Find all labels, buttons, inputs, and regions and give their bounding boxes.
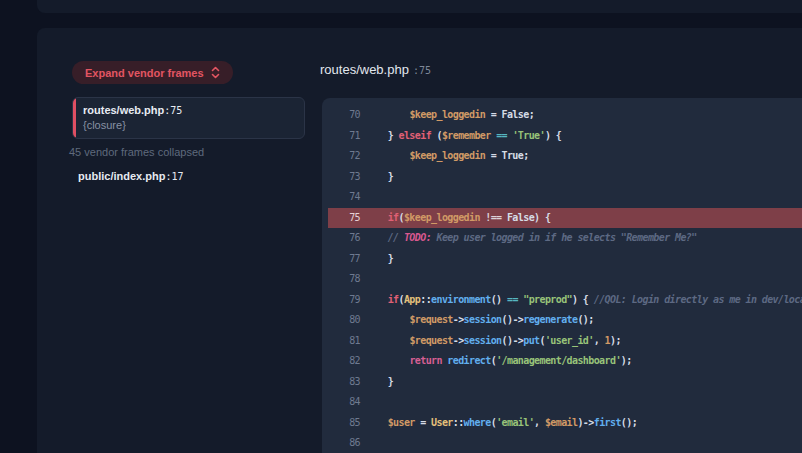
code-line-81: 81 $request->session()->put('user_id', 1… [328, 331, 802, 352]
code-line-74: 74 [328, 187, 802, 208]
code-header-file: routes/web.php [320, 62, 409, 77]
code-text: // TODO: Keep user logged in if he selec… [360, 228, 697, 249]
code-text [360, 269, 366, 290]
code-text: $keep_loggedin = True; [360, 146, 529, 167]
code-line-77: 77 } [328, 249, 802, 270]
line-number: 79 [328, 290, 360, 311]
code-line-75-highlighted: 75 if($keep_loggedin !== False) { [328, 208, 802, 229]
code-text [360, 392, 366, 413]
line-number: 74 [328, 187, 360, 208]
line-number: 80 [328, 310, 360, 331]
line-number: 81 [328, 331, 360, 352]
frame-item-public-index[interactable]: public/index.php:17 [78, 170, 183, 182]
code-line-73: 73 } [328, 167, 802, 188]
vendor-frames-collapsed-note: 45 vendor frames collapsed [69, 146, 204, 158]
line-number: 85 [328, 413, 360, 434]
line-number: 77 [328, 249, 360, 270]
code-text: $request->session()->put('user_id', 1); [360, 331, 621, 352]
code-line-78: 78 [328, 269, 802, 290]
previous-card-edge [37, 0, 802, 13]
code-line-86: 86 [328, 433, 802, 453]
code-line-82: 82 return redirect('/management/dashboar… [328, 351, 802, 372]
line-number: 83 [328, 372, 360, 393]
code-text: return redirect('/management/dashboard')… [360, 351, 632, 372]
code-text: $request->session()->regenerate(); [360, 310, 594, 331]
code-line-76: 76 // TODO: Keep user logged in if he se… [328, 228, 802, 249]
code-text: } [360, 249, 393, 270]
expand-vendor-frames-label: Expand vendor frames [85, 67, 204, 79]
code-text: $user = User::where('email', $email)->fi… [360, 413, 637, 434]
line-number: 82 [328, 351, 360, 372]
line-number: 84 [328, 392, 360, 413]
active-frame-method: {closure} [83, 119, 304, 131]
active-frame-item[interactable]: routes/web.php:75 {closure} [72, 97, 305, 139]
code-text: } elseif ($remember == 'True') { [360, 126, 561, 147]
code-text: } [360, 167, 393, 188]
expand-vendor-frames-button[interactable]: Expand vendor frames [72, 61, 233, 84]
code-line-83: 83 } [328, 372, 802, 393]
code-text: } [360, 372, 393, 393]
line-number: 71 [328, 126, 360, 147]
code-line-71: 71 } elseif ($remember == 'True') { [328, 126, 802, 147]
code-line-85: 85 $user = User::where('email', $email)-… [328, 413, 802, 434]
code-line-70: 70 $keep_loggedin = False; [328, 105, 802, 126]
code-line-84: 84 [328, 392, 802, 413]
code-line-80: 80 $request->session()->regenerate(); [328, 310, 802, 331]
active-frame-accent-bar [73, 98, 76, 138]
error-page: Expand vendor frames routes/web.php:75 {… [0, 0, 802, 453]
code-text [360, 433, 366, 453]
line-number: 75 [328, 208, 360, 229]
code-snippet-header: routes/web.php:75 [320, 62, 431, 77]
code-header-line-number: :75 [413, 65, 431, 76]
code-line-72: 72 $keep_loggedin = True; [328, 146, 802, 167]
line-number: 70 [328, 105, 360, 126]
code-text: if($keep_loggedin !== False) { [360, 208, 550, 229]
code-snippet: 70 $keep_loggedin = False;71 } elseif ($… [322, 98, 802, 453]
active-frame-title: routes/web.php:75 [83, 104, 304, 116]
line-number: 76 [328, 228, 360, 249]
line-number: 72 [328, 146, 360, 167]
code-text: if(App::environment() == "preprod") { //… [360, 290, 802, 311]
code-line-79: 79 if(App::environment() == "preprod") {… [328, 290, 802, 311]
line-number: 73 [328, 167, 360, 188]
line-number: 78 [328, 269, 360, 290]
code-text: $keep_loggedin = False; [360, 105, 534, 126]
line-number: 86 [328, 433, 360, 453]
chevron-up-down-icon [211, 66, 220, 79]
stack-trace-card: Expand vendor frames routes/web.php:75 {… [37, 28, 802, 453]
code-text [360, 187, 366, 208]
